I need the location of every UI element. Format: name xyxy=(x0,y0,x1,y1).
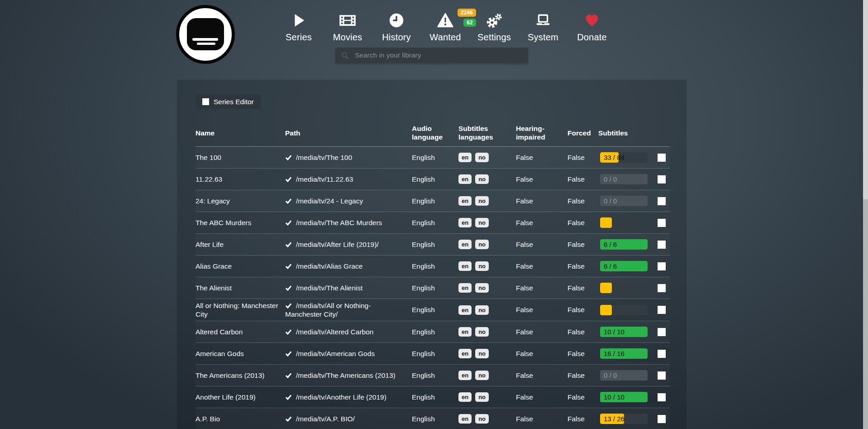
page-scrollbar[interactable] xyxy=(863,0,868,429)
path-exists-check-icon xyxy=(285,241,292,248)
path-exists-check-icon xyxy=(285,219,292,226)
language-badge: no xyxy=(475,240,489,249)
edit-series-button[interactable] xyxy=(658,371,666,380)
wrench-icon xyxy=(658,262,666,270)
subtitles-languages: enno xyxy=(458,349,516,358)
language-badge: en xyxy=(458,371,472,380)
path-exists-check-icon xyxy=(285,198,292,204)
edit-series-button[interactable] xyxy=(658,350,666,358)
edit-series-button[interactable] xyxy=(658,219,666,227)
language-badge: no xyxy=(475,153,489,162)
audio-language: English xyxy=(412,197,458,205)
edit-series-button[interactable] xyxy=(658,175,666,183)
path-exists-check-icon xyxy=(285,350,292,357)
subtitles-progress-label: 10 / 10 xyxy=(604,327,625,337)
wrench-icon xyxy=(658,241,666,249)
logo-subtitle-line xyxy=(197,43,215,45)
header-subtitles-languages: Subtitles languages xyxy=(458,124,516,141)
nav-item-system[interactable]: System xyxy=(519,10,568,43)
series-editor-button[interactable]: Series Editor xyxy=(196,94,261,109)
table-row: Another Life (2019) /media/tv/Another Li… xyxy=(196,386,670,408)
subtitles-progress-bar: 6 / 6 xyxy=(600,239,648,250)
subtitles-progress-bar: 16 / 16 xyxy=(600,348,648,359)
language-badge: en xyxy=(458,261,472,271)
audio-language: English xyxy=(412,371,458,380)
edit-series-button[interactable] xyxy=(658,262,666,270)
bazarr-logo[interactable] xyxy=(176,5,235,64)
wrench-icon xyxy=(658,175,666,183)
language-badge: en xyxy=(458,414,472,424)
series-name: American Gods xyxy=(196,349,285,358)
hearing-impaired-value: False xyxy=(516,175,568,183)
nav-item-donate[interactable]: Donate xyxy=(568,10,616,43)
subtitles-languages: enno xyxy=(458,283,516,293)
series-name: Altered Carbon xyxy=(196,328,285,336)
wrench-icon xyxy=(658,350,666,358)
gears-icon xyxy=(470,10,519,31)
subtitles-progress-cell: 0 / 0 xyxy=(598,174,653,184)
nav-label: History xyxy=(372,32,421,43)
hearing-impaired-value: False xyxy=(516,154,568,162)
series-path-cell: /media/tv/The ABC Murders xyxy=(285,218,412,227)
series-name: Alias Grace xyxy=(196,262,285,270)
table-row: After Life /media/tv/After Life (2019)/ … xyxy=(196,234,670,255)
hearing-impaired-value: False xyxy=(516,306,568,314)
search-input[interactable] xyxy=(354,51,528,60)
table-row: The Americans (2013) /media/tv/The Ameri… xyxy=(196,365,670,386)
library-search xyxy=(335,48,528,63)
nav-item-history[interactable]: History xyxy=(372,10,421,43)
subtitles-progress-cell xyxy=(598,305,653,315)
nav-item-settings[interactable]: Settings xyxy=(470,10,519,43)
table-row: The Alienist /media/tv/The Alienist Engl… xyxy=(196,277,670,299)
subtitles-progress-bar: 6 / 6 xyxy=(600,261,648,271)
series-path-cell: /media/tv/The Alienist xyxy=(285,284,412,292)
edit-series-button[interactable] xyxy=(658,306,666,314)
wrench-icon xyxy=(658,219,666,227)
path-exists-check-icon xyxy=(285,284,292,291)
hearing-impaired-value: False xyxy=(516,284,568,292)
audio-language: English xyxy=(412,328,458,336)
subtitles-progress-bar xyxy=(600,217,648,228)
series-path-cell: /media/tv/11.22.63 xyxy=(285,175,412,183)
wrench-icon xyxy=(658,284,666,292)
language-badge: en xyxy=(458,174,472,184)
path-exists-check-icon xyxy=(285,415,292,422)
subtitles-progress-cell: 0 / 0 xyxy=(598,196,653,206)
nav-item-movies[interactable]: Movies xyxy=(323,10,372,43)
table-body: The 100 /media/tv/The 100 English enno F… xyxy=(196,147,670,429)
forced-value: False xyxy=(568,350,598,358)
forced-value: False xyxy=(568,393,598,401)
series-editor-label: Series Editor xyxy=(214,98,254,106)
series-path-cell: /media/tv/A.P. BIO/ xyxy=(285,415,412,423)
edit-series-button[interactable] xyxy=(658,197,666,205)
subtitles-progress-fill xyxy=(600,305,612,315)
play-icon xyxy=(274,10,323,31)
logo-tv-shape xyxy=(187,18,224,50)
subtitles-progress-bar: 33 / 84 xyxy=(600,152,648,163)
nav-item-wanted[interactable]: Wanted 2246 62 xyxy=(421,10,470,43)
nav-item-series[interactable]: Series xyxy=(274,10,323,43)
edit-series-button[interactable] xyxy=(658,415,666,423)
language-badge: no xyxy=(475,349,489,358)
language-badge: no xyxy=(475,371,489,380)
hearing-impaired-value: False xyxy=(516,262,568,270)
language-badge: en xyxy=(458,218,472,227)
audio-language: English xyxy=(412,415,458,423)
header-forced: Forced xyxy=(568,129,598,137)
edit-series-button[interactable] xyxy=(658,284,666,292)
edit-series-button[interactable] xyxy=(658,328,666,336)
series-name: The 100 xyxy=(196,153,285,162)
edit-series-button[interactable] xyxy=(658,241,666,249)
scrollbar-thumb[interactable] xyxy=(863,0,868,199)
series-name: The Alienist xyxy=(196,284,285,292)
wrench-icon xyxy=(658,306,666,314)
table-row: The 100 /media/tv/The 100 English enno F… xyxy=(196,147,670,169)
path-exists-check-icon xyxy=(285,154,292,161)
edit-series-button[interactable] xyxy=(658,393,666,401)
table-row: American Gods /media/tv/American Gods En… xyxy=(196,343,670,365)
subtitles-progress-cell: 33 / 84 xyxy=(598,152,653,163)
hearing-impaired-value: False xyxy=(516,241,568,249)
subtitles-progress-cell xyxy=(598,217,653,228)
language-badge: no xyxy=(475,283,489,293)
edit-series-button[interactable] xyxy=(658,154,666,162)
